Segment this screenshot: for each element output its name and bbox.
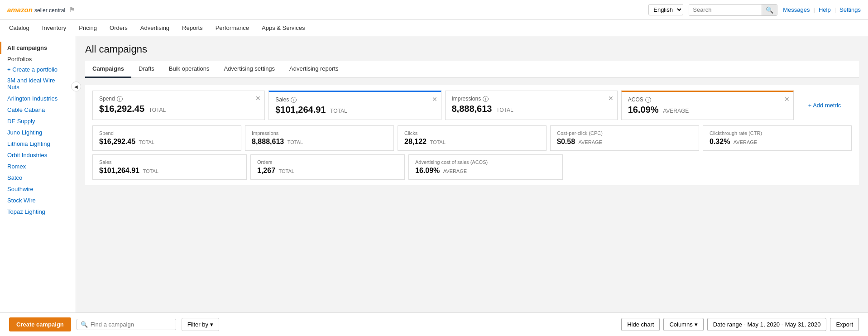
metric-card-acos: ACOS i 16.09% AVERAGE ✕ [621, 91, 794, 120]
metric-card-spend: Spend i $16,292.45 TOTAL ✕ [92, 91, 265, 120]
language-select[interactable]: English [648, 4, 683, 15]
sidebar-all-campaigns[interactable]: All campaigns [0, 42, 76, 54]
sidebar-create-portfolio[interactable]: + Create a portfolio [0, 64, 76, 75]
metric-acos-value: 16.09% AVERAGE [628, 105, 787, 115]
filter-by-label: Filter by [187, 321, 208, 328]
sub-spend-value: $16,292.45 TOTAL [99, 138, 235, 146]
sub-impressions-value: 8,888,613 TOTAL [252, 138, 387, 146]
sidebar-item-satco[interactable]: Satco [0, 172, 76, 183]
metric-card-impressions: Impressions i 8,888,613 TOTAL ✕ [445, 91, 618, 120]
sidebar-item-arlington[interactable]: Arlington Industries [0, 93, 76, 104]
sub-sales2-title: Sales [99, 159, 240, 165]
sub-cpc-value: $0.58 AVERAGE [557, 138, 692, 146]
tab-advertising-settings[interactable]: Advertising settings [216, 61, 282, 78]
sub-clicks-title: Clicks [404, 130, 540, 136]
metric-spend-value: $16,292.45 TOTAL [99, 104, 258, 114]
bottom-bar: Create campaign 🔍 Filter by ▾ Hide chart… [0, 312, 868, 336]
top-metric-cards: Spend i $16,292.45 TOTAL ✕ Sales i [92, 91, 852, 120]
sidebar-item-romex[interactable]: Romex [0, 161, 76, 172]
sub-cpc-title: Cost-per-click (CPC) [557, 130, 692, 136]
export-button[interactable]: Export [830, 318, 859, 331]
date-range-button[interactable]: Date range - May 1, 2020 - May 31, 2020 [707, 318, 827, 331]
metric-spend-title: Spend i [99, 96, 258, 102]
tab-drafts[interactable]: Drafts [131, 61, 162, 78]
filter-chevron-icon: ▾ [210, 321, 213, 328]
flag-icon: ⚑ [69, 5, 75, 14]
sub-orders-title: Orders [257, 159, 398, 165]
hide-chart-button[interactable]: Hide chart [621, 318, 660, 331]
sub-spend-title: Spend [99, 130, 235, 136]
search-bar: 🔍 [689, 4, 777, 16]
create-campaign-button[interactable]: Create campaign [9, 317, 71, 331]
help-link[interactable]: Help [819, 6, 831, 13]
sidebar-item-orbit[interactable]: Orbit Industries [0, 149, 76, 161]
nav-orders[interactable]: Orders [108, 20, 129, 36]
settings-link[interactable]: Settings [839, 6, 861, 13]
metric-sales-value: $101,264.91 TOTAL [275, 105, 434, 115]
metric-acos-title: ACOS i [628, 96, 787, 103]
sub-acos2-value: 16.09% AVERAGE [415, 167, 556, 175]
sidebar-item-southwire[interactable]: Southwire [0, 183, 76, 195]
main-nav: Catalog Inventory Pricing Orders Adverti… [0, 20, 868, 36]
sub-metric-acos2: Advertising cost of sales (ACOS) 16.09% … [408, 154, 563, 180]
impressions-close-icon[interactable]: ✕ [608, 95, 614, 102]
filter-by-button[interactable]: Filter by ▾ [182, 318, 219, 331]
columns-button[interactable]: Columns ▾ [663, 318, 703, 331]
sidebar-collapse-button[interactable]: ◀ [71, 82, 81, 91]
sub-metrics-spacer [566, 154, 707, 180]
tab-campaigns[interactable]: Campaigns [85, 61, 131, 78]
nav-performance[interactable]: Performance [214, 20, 251, 36]
impressions-info-icon[interactable]: i [483, 96, 489, 102]
sub-metrics-row1: Spend $16,292.45 TOTAL Impressions 8,888… [92, 125, 852, 151]
sub-sales2-value: $101,264.91 TOTAL [99, 167, 240, 175]
sub-metrics-row2: Sales $101,264.91 TOTAL Orders 1,267 TOT… [92, 154, 852, 180]
acos-close-icon[interactable]: ✕ [784, 96, 790, 103]
main-content: All campaigns Campaigns Drafts Bulk oper… [76, 36, 868, 336]
acos-info-icon[interactable]: i [645, 97, 651, 103]
sidebar: All campaigns Portfolios + Create a port… [0, 36, 76, 336]
find-campaign-input[interactable] [91, 321, 172, 328]
search-input[interactable] [689, 5, 762, 15]
amazon-logo: amazon seller central [7, 6, 65, 14]
sub-ctr-title: Clickthrough rate (CTR) [710, 130, 845, 136]
metrics-container: Spend i $16,292.45 TOTAL ✕ Sales i [85, 85, 859, 185]
spend-close-icon[interactable]: ✕ [255, 95, 261, 102]
nav-reports[interactable]: Reports [180, 20, 205, 36]
sub-ctr-value: 0.32% AVERAGE [710, 138, 845, 146]
sales-info-icon[interactable]: i [291, 97, 297, 103]
nav-inventory[interactable]: Inventory [40, 20, 68, 36]
columns-chevron-icon: ▾ [695, 321, 698, 328]
sidebar-item-cable-cabana[interactable]: Cable Cabana [0, 104, 76, 115]
logo-area: amazon seller central ⚑ [7, 5, 75, 14]
nav-pricing[interactable]: Pricing [77, 20, 99, 36]
sidebar-item-topaz[interactable]: Topaz Lighting [0, 206, 76, 217]
nav-apps-services[interactable]: Apps & Services [260, 20, 307, 36]
add-metric-button[interactable]: + Add metric [797, 91, 852, 120]
nav-advertising[interactable]: Advertising [139, 20, 171, 36]
sidebar-item-3m[interactable]: 3M and Ideal Wire Nuts [0, 75, 76, 93]
sub-orders-value: 1,267 TOTAL [257, 167, 398, 175]
messages-link[interactable]: Messages [783, 6, 810, 13]
search-campaign-icon: 🔍 [81, 321, 88, 328]
tab-bulk-operations[interactable]: Bulk operations [162, 61, 217, 78]
nav-catalog[interactable]: Catalog [7, 20, 31, 36]
top-right: English 🔍 Messages | Help | Settings [648, 4, 861, 16]
sidebar-item-de-supply[interactable]: DE Supply [0, 115, 76, 127]
sub-acos2-title: Advertising cost of sales (ACOS) [415, 159, 556, 165]
search-button[interactable]: 🔍 [762, 5, 777, 15]
top-bar: amazon seller central ⚑ English 🔍 Messag… [0, 0, 868, 20]
sub-metrics-spacer2 [711, 154, 852, 180]
sales-close-icon[interactable]: ✕ [432, 96, 437, 103]
top-links: Messages | Help | Settings [783, 6, 861, 13]
spend-info-icon[interactable]: i [117, 96, 123, 102]
sub-metric-ctr: Clickthrough rate (CTR) 0.32% AVERAGE [703, 125, 852, 151]
sidebar-item-lithonia[interactable]: Lithonia Lighting [0, 138, 76, 149]
sidebar-item-stock-wire[interactable]: Stock Wire [0, 195, 76, 206]
tab-advertising-reports[interactable]: Advertising reports [282, 61, 345, 78]
sidebar-item-juno[interactable]: Juno Lighting [0, 127, 76, 138]
metric-impressions-value: 8,888,613 TOTAL [452, 104, 611, 114]
metric-sales-title: Sales i [275, 96, 434, 103]
sub-metric-cpc: Cost-per-click (CPC) $0.58 AVERAGE [550, 125, 699, 151]
tabs: Campaigns Drafts Bulk operations Adverti… [85, 61, 859, 78]
find-campaign-search: 🔍 [77, 319, 176, 330]
